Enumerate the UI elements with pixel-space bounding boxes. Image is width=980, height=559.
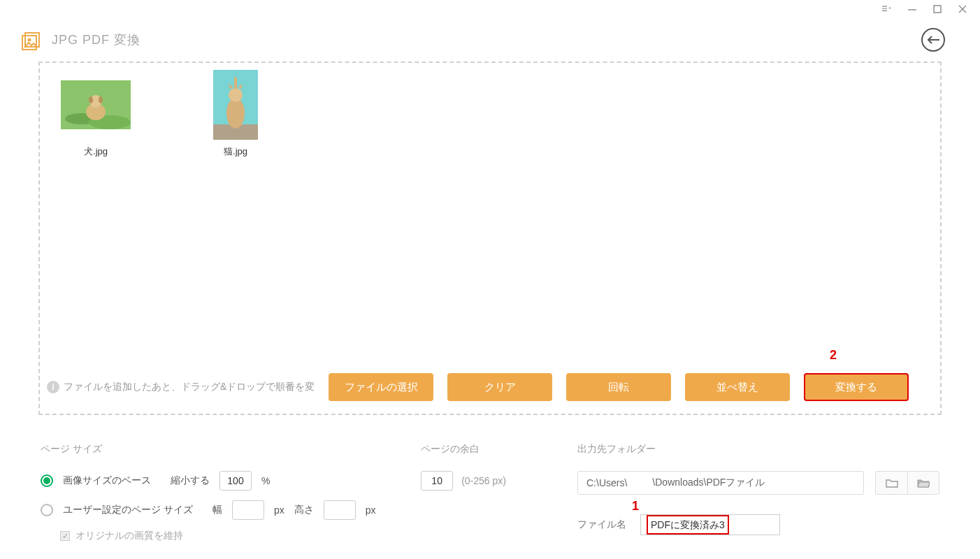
keep-quality-checkbox[interactable]: ✓ xyxy=(60,531,70,541)
height-label: 高さ xyxy=(294,504,314,516)
open-folder-button[interactable] xyxy=(907,471,939,495)
px-label: px xyxy=(274,504,284,516)
app-logo-icon xyxy=(21,29,43,51)
clear-button[interactable]: クリア xyxy=(447,373,552,401)
shrink-label: 縮小する xyxy=(171,474,210,487)
info-note: i ファイルを追加したあと、ドラッグ&ドロップで順番を変 xyxy=(47,381,315,393)
width-label: 幅 xyxy=(212,504,222,516)
percent-label: % xyxy=(261,475,270,486)
app-title: JPG PDF 変換 xyxy=(52,31,921,48)
svg-rect-16 xyxy=(234,77,237,89)
output-path-input[interactable]: C:\Users\\Downloads\PDFファイル xyxy=(577,471,864,495)
margin-range: (0-256 px) xyxy=(461,475,506,486)
width-input[interactable] xyxy=(232,500,264,520)
height-input[interactable] xyxy=(324,500,356,520)
filename-input[interactable]: PDFに変換済み3 xyxy=(640,514,780,535)
list-menu-icon[interactable] xyxy=(882,4,892,14)
radio-user-label: ユーザー設定のページ サイズ xyxy=(63,504,193,516)
filename-label: ファイル名 xyxy=(577,518,626,531)
radio-image-label: 画像サイズのベース xyxy=(63,474,151,487)
output-folder-title: 出力先フォルダー xyxy=(577,443,939,456)
maximize-icon[interactable] xyxy=(932,4,942,14)
thumb-label: 犬.jpg xyxy=(84,145,108,158)
convert-button[interactable]: 変換する xyxy=(804,373,909,401)
info-text: ファイルを追加したあと、ドラッグ&ドロップで順番を変 xyxy=(64,381,315,393)
path-prefix: C:\Users\ xyxy=(586,477,627,488)
thumb-image-dog xyxy=(61,70,131,140)
radio-image-base[interactable] xyxy=(41,474,53,487)
margin-input[interactable] xyxy=(421,471,453,491)
svg-rect-1 xyxy=(934,6,941,13)
file-dropzone[interactable]: 犬.jpg 猫.jpg i ファイルを追加したあと、ドラッグ&ドロップで順番を変… xyxy=(38,61,942,415)
thumb-item[interactable]: 犬.jpg xyxy=(54,70,138,158)
thumb-label: 猫.jpg xyxy=(224,145,247,158)
page-size-title: ページ サイズ xyxy=(41,443,407,456)
rotate-button[interactable]: 回転 xyxy=(566,373,671,401)
back-button[interactable] xyxy=(921,28,945,52)
filename-value: PDFに変換済み3 xyxy=(647,515,729,535)
svg-point-15 xyxy=(229,88,243,102)
thumb-image-cat xyxy=(201,70,271,140)
path-suffix: \Downloads\PDFファイル xyxy=(652,477,765,489)
px-label-2: px xyxy=(366,504,376,516)
path-redacted xyxy=(627,478,652,488)
svg-point-14 xyxy=(226,98,245,129)
info-icon: i xyxy=(47,381,59,393)
minimize-icon[interactable] xyxy=(907,4,917,14)
sort-button[interactable]: 並べ替え xyxy=(685,373,790,401)
thumb-item[interactable]: 猫.jpg xyxy=(194,70,278,158)
svg-point-11 xyxy=(99,96,103,103)
annotation-1: 1 xyxy=(632,499,639,514)
annotation-2: 2 xyxy=(830,348,837,363)
select-files-button[interactable]: ファイルの選択 xyxy=(329,373,433,401)
browse-folder-button[interactable] xyxy=(875,471,907,495)
svg-point-4 xyxy=(28,38,31,42)
keep-quality-label: オリジナルの画質を維持 xyxy=(75,530,183,542)
svg-point-10 xyxy=(89,96,93,103)
close-icon[interactable] xyxy=(958,4,967,14)
radio-user-size[interactable] xyxy=(41,504,53,516)
shrink-input[interactable] xyxy=(219,471,252,491)
margin-title: ページの余白 xyxy=(421,443,563,456)
